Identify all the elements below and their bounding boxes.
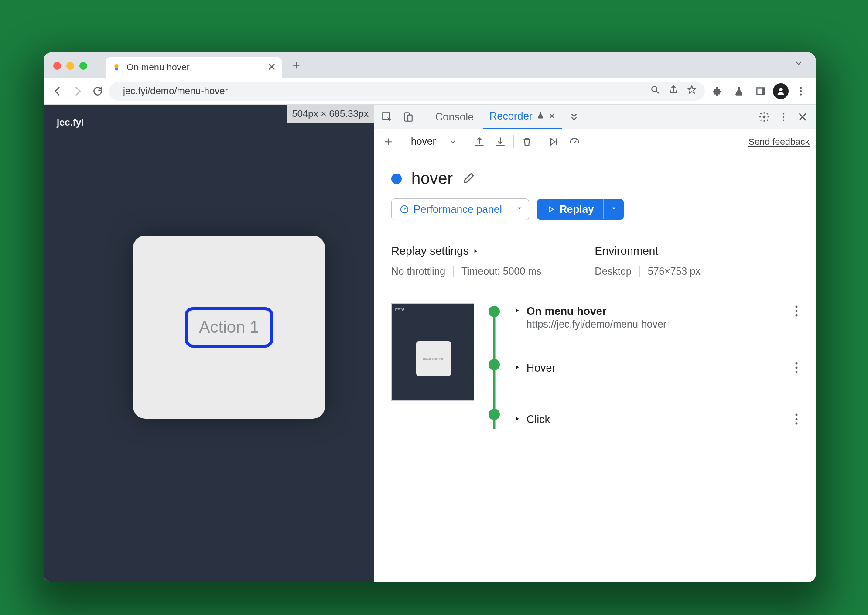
- tab-list-chevron-icon[interactable]: [794, 58, 803, 71]
- address-bar[interactable]: jec.fyi/demo/menu-hover: [109, 82, 705, 101]
- device-icon[interactable]: [399, 108, 417, 126]
- window-maximize-button[interactable]: [79, 62, 87, 70]
- recording-name: hover: [411, 169, 453, 188]
- more-tabs-chevron-icon[interactable]: [565, 108, 583, 126]
- step-more-icon[interactable]: [795, 305, 798, 319]
- demo-card: Action 1: [133, 236, 325, 419]
- profile-avatar[interactable]: [773, 83, 789, 99]
- window-close-button[interactable]: [53, 62, 61, 70]
- zoom-icon[interactable]: [650, 85, 660, 98]
- expand-triangle-icon[interactable]: [514, 416, 520, 424]
- recorder-toolbar: ＋ hover Send feedback: [374, 129, 816, 154]
- page-brand: jec.fyi: [57, 117, 84, 128]
- settings-gear-icon[interactable]: [755, 108, 773, 126]
- svg-point-0: [114, 64, 118, 68]
- chrome-menu-icon[interactable]: [791, 82, 810, 101]
- replay-button[interactable]: Replay: [537, 199, 624, 220]
- tab-close-icon[interactable]: ✕: [548, 111, 556, 121]
- environment-header: Environment: [595, 244, 799, 258]
- step-thumbnail: jec.fyi Hover over this!: [391, 303, 474, 401]
- performance-panel-button[interactable]: Performance panel: [391, 198, 529, 220]
- svg-point-16: [783, 119, 784, 121]
- bookmark-star-icon[interactable]: [687, 85, 697, 98]
- svg-point-25: [796, 418, 798, 420]
- svg-rect-1: [115, 68, 118, 70]
- browser-window: On menu hover ✕ ＋ jec.fyi/demo/menu-hove…: [44, 52, 816, 582]
- step-title: Click: [526, 413, 550, 426]
- step-url: https://jec.fyi/demo/menu-hover: [526, 318, 666, 330]
- step-row-click[interactable]: Click: [514, 411, 798, 429]
- recording-selector[interactable]: hover: [407, 136, 461, 147]
- new-recording-button[interactable]: ＋: [380, 133, 396, 150]
- window-minimize-button[interactable]: [66, 62, 74, 70]
- tab-title: On menu hover: [126, 62, 190, 72]
- back-button[interactable]: [49, 82, 66, 100]
- svg-point-20: [796, 314, 798, 317]
- devtools-panel: Console Recorder ✕ ＋ hover: [374, 105, 816, 582]
- share-icon[interactable]: [668, 85, 679, 98]
- forward-button[interactable]: [69, 82, 86, 100]
- timeout-value: Timeout: 5000 ms: [461, 266, 541, 277]
- performance-dropdown-icon[interactable]: [510, 199, 529, 219]
- browser-toolbar: jec.fyi/demo/menu-hover: [44, 78, 816, 105]
- devtools-close-icon[interactable]: [794, 108, 811, 126]
- svg-point-9: [800, 93, 802, 95]
- step-row-main[interactable]: On menu hover https://jec.fyi/demo/menu-…: [514, 303, 798, 332]
- extensions-icon[interactable]: [707, 82, 727, 101]
- viewport-value: 576×753 px: [648, 266, 701, 277]
- timeline-dot: [489, 409, 500, 420]
- svg-point-26: [796, 423, 798, 425]
- delete-icon[interactable]: [519, 134, 535, 150]
- svg-point-6: [779, 88, 782, 91]
- panel-icon[interactable]: [751, 82, 770, 101]
- step-title: Hover: [526, 362, 556, 374]
- action-button[interactable]: Action 1: [185, 307, 273, 348]
- svg-point-24: [796, 414, 798, 416]
- replay-dropdown-icon[interactable]: [603, 199, 624, 219]
- recorder-settings: Replay settings No throttling Timeout: 5…: [374, 232, 816, 290]
- recording-header: hover: [374, 154, 816, 198]
- recorder-steps: jec.fyi Hover over this! On menu hover h…: [374, 290, 816, 442]
- tab-recorder[interactable]: Recorder ✕: [483, 105, 562, 129]
- import-icon[interactable]: [492, 134, 508, 150]
- step-more-icon[interactable]: [795, 413, 798, 427]
- viewport-dimensions-badge: 504px × 685.33px: [287, 105, 374, 123]
- step-title: On menu hover: [526, 305, 666, 318]
- favicon-icon: [112, 62, 121, 72]
- svg-point-22: [796, 367, 798, 369]
- slow-replay-icon[interactable]: [567, 134, 582, 150]
- recording-status-dot: [391, 174, 402, 184]
- devtools-menu-icon[interactable]: [775, 108, 792, 126]
- svg-point-18: [796, 306, 798, 308]
- export-icon[interactable]: [472, 134, 487, 150]
- svg-rect-12: [408, 115, 412, 121]
- tab-close-icon[interactable]: ✕: [267, 61, 276, 73]
- svg-point-7: [800, 87, 802, 89]
- device-value: Desktop: [595, 266, 632, 277]
- recorder-buttons-row: Performance panel Replay: [374, 198, 816, 232]
- url-text: jec.fyi/demo/menu-hover: [123, 85, 228, 97]
- svg-rect-5: [762, 88, 765, 94]
- step-more-icon[interactable]: [795, 362, 798, 376]
- expand-triangle-icon[interactable]: [514, 308, 520, 315]
- step-row-hover[interactable]: Hover: [514, 360, 798, 377]
- svg-point-21: [796, 362, 798, 365]
- timeline: [486, 303, 502, 429]
- expand-triangle-icon[interactable]: [514, 364, 520, 372]
- svg-point-8: [800, 90, 802, 92]
- new-tab-button[interactable]: ＋: [290, 57, 302, 73]
- svg-point-23: [796, 371, 798, 373]
- flask-small-icon: [536, 110, 545, 122]
- replay-settings-header[interactable]: Replay settings: [391, 244, 595, 258]
- flask-icon[interactable]: [729, 82, 748, 101]
- reload-button[interactable]: [89, 82, 106, 100]
- inspect-icon[interactable]: [378, 108, 396, 126]
- step-play-icon[interactable]: [546, 134, 561, 150]
- edit-name-icon[interactable]: [462, 171, 475, 186]
- send-feedback-link[interactable]: Send feedback: [748, 137, 810, 147]
- tab-console[interactable]: Console: [429, 105, 480, 129]
- svg-point-19: [796, 310, 798, 312]
- browser-tab[interactable]: On menu hover ✕: [106, 57, 282, 78]
- svg-point-13: [763, 115, 766, 118]
- timeline-dot: [489, 359, 500, 370]
